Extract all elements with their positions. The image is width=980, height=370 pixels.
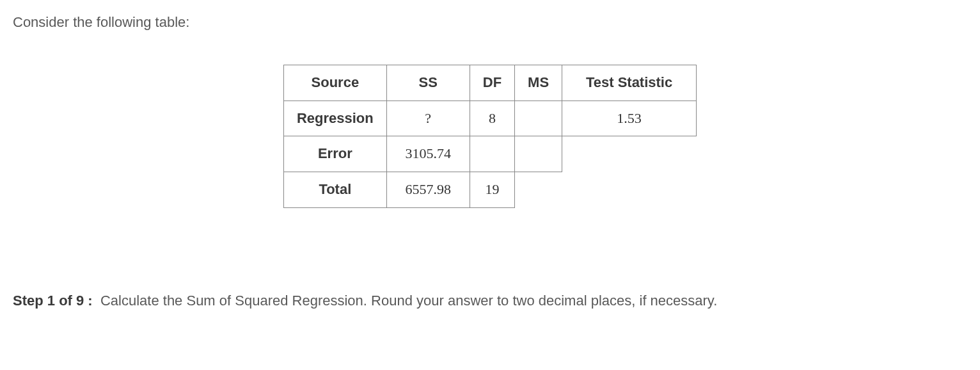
cell-error-df: [470, 136, 514, 172]
header-ms: MS: [515, 65, 562, 101]
cell-empty: [562, 136, 697, 172]
cell-error-ms: [515, 136, 562, 172]
cell-empty: [515, 172, 562, 208]
step-label: Step 1 of 9 :: [13, 293, 93, 309]
cell-empty: [562, 172, 697, 208]
cell-error-ss: 3105.74: [386, 136, 470, 172]
step-instruction: Step 1 of 9 : Calculate the Sum of Squar…: [13, 291, 967, 311]
cell-regression-df: 8: [470, 101, 514, 136]
header-df: DF: [470, 65, 514, 101]
cell-regression-ts: 1.53: [562, 101, 697, 136]
row-label-error: Error: [283, 136, 386, 172]
step-description: Calculate the Sum of Squared Regression.…: [100, 293, 717, 309]
table-wrapper: Source SS DF MS Test Statistic Regressio…: [13, 65, 967, 208]
row-label-regression: Regression: [283, 101, 386, 136]
table-row: Regression ? 8 1.53: [283, 101, 696, 136]
header-source: Source: [283, 65, 386, 101]
header-test-statistic: Test Statistic: [562, 65, 697, 101]
anova-table: Source SS DF MS Test Statistic Regressio…: [283, 65, 697, 208]
table-header-row: Source SS DF MS Test Statistic: [283, 65, 696, 101]
table-row: Error 3105.74: [283, 136, 696, 172]
row-label-total: Total: [283, 172, 386, 208]
cell-regression-ms: [515, 101, 562, 136]
intro-text: Consider the following table:: [13, 13, 967, 33]
cell-total-df: 19: [470, 172, 514, 208]
header-ss: SS: [386, 65, 470, 101]
table-row: Total 6557.98 19: [283, 172, 696, 208]
cell-regression-ss: ?: [386, 101, 470, 136]
cell-total-ss: 6557.98: [386, 172, 470, 208]
